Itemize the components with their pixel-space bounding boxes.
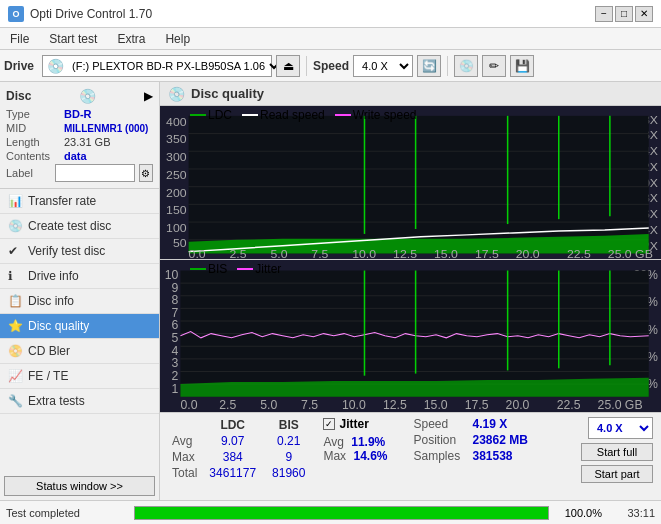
jitter-avg-label: Avg xyxy=(323,435,343,449)
speed-select[interactable]: 4.0 X xyxy=(353,55,413,77)
chart2: BIS Jitter 10 9 8 7 6 5 4 3 xyxy=(160,260,661,413)
svg-text:50: 50 xyxy=(173,236,187,250)
menu-extra[interactable]: Extra xyxy=(111,30,151,48)
ldc-bis-stats: LDC BIS Avg 9.07 0.21 Max 384 9 Total xyxy=(168,417,313,481)
svg-text:22.5: 22.5 xyxy=(557,398,581,412)
sidebar: Disc 💿 ▶ Type BD-R MID MILLENMR1 (000) L… xyxy=(0,82,160,500)
menubar: File Start test Extra Help xyxy=(0,28,661,50)
sidebar-item-cd-bler[interactable]: 📀 CD Bler xyxy=(0,339,159,364)
read-legend: Read speed xyxy=(242,108,325,122)
write-button[interactable]: ✏ xyxy=(482,55,506,77)
chart1: LDC Read speed Write speed 400 350 xyxy=(160,106,661,260)
svg-rect-17 xyxy=(189,116,649,254)
read-label: Read speed xyxy=(260,108,325,122)
avg-ldc: 9.07 xyxy=(201,433,264,449)
svg-text:12.5: 12.5 xyxy=(393,248,417,259)
chart2-legend: BIS Jitter xyxy=(190,262,281,276)
sidebar-item-disc-quality[interactable]: ⭐ Disc quality xyxy=(0,314,159,339)
toolbar-separator xyxy=(306,56,307,76)
jitter-checkbox[interactable]: ✓ xyxy=(323,418,335,430)
drive-selector[interactable]: 💿 (F:) PLEXTOR BD-R PX-LB950SA 1.06 ▼ xyxy=(42,55,272,77)
speed-label: Speed xyxy=(313,59,349,73)
svg-text:350: 350 xyxy=(166,133,187,147)
app-title: Opti Drive Control 1.70 xyxy=(30,7,152,21)
total-label: Total xyxy=(168,465,201,481)
write-color xyxy=(335,114,351,116)
refresh-button[interactable]: 🔄 xyxy=(417,55,441,77)
create-test-disc-icon: 💿 xyxy=(8,219,22,233)
progress-percent: 100.0% xyxy=(557,507,602,519)
jitter-legend: Jitter xyxy=(237,262,281,276)
sidebar-item-extra-tests[interactable]: 🔧 Extra tests xyxy=(0,389,159,414)
write-legend: Write speed xyxy=(335,108,417,122)
sidebar-item-fe-te[interactable]: 📈 FE / TE xyxy=(0,364,159,389)
svg-text:0.0: 0.0 xyxy=(189,248,206,259)
transfer-rate-icon: 📊 xyxy=(8,194,22,208)
eject-button[interactable]: ⏏ xyxy=(276,55,300,77)
speed-label-2: Speed xyxy=(413,417,468,431)
close-button[interactable]: ✕ xyxy=(635,6,653,22)
speed-value: 4.19 X xyxy=(472,417,507,431)
avg-bis: 0.21 xyxy=(264,433,313,449)
sidebar-item-verify-test-disc[interactable]: ✔ Verify test disc xyxy=(0,239,159,264)
mid-label: MID xyxy=(6,122,64,134)
minimize-button[interactable]: − xyxy=(595,6,613,22)
svg-text:300: 300 xyxy=(166,150,187,164)
sidebar-item-label: FE / TE xyxy=(28,369,68,383)
svg-text:400: 400 xyxy=(166,115,187,129)
menu-start-test[interactable]: Start test xyxy=(43,30,103,48)
ldc-label: LDC xyxy=(208,108,232,122)
drive-select-dropdown[interactable]: (F:) PLEXTOR BD-R PX-LB950SA 1.06 xyxy=(68,59,282,73)
drive-label: Drive xyxy=(4,59,34,73)
sidebar-item-disc-info[interactable]: 📋 Disc info xyxy=(0,289,159,314)
label-input[interactable] xyxy=(55,164,135,182)
toolbar-separator2 xyxy=(447,56,448,76)
jitter-label: Jitter xyxy=(255,262,281,276)
chart1-svg: 400 350 300 250 200 150 100 50 18X 16X 1… xyxy=(160,106,661,259)
type-label: Type xyxy=(6,108,64,120)
progress-bar-fill xyxy=(135,507,548,519)
sidebar-item-label: Extra tests xyxy=(28,394,85,408)
svg-text:15.0: 15.0 xyxy=(434,248,458,259)
menu-file[interactable]: File xyxy=(4,30,35,48)
svg-text:25.0 GB: 25.0 GB xyxy=(598,398,643,412)
type-value: BD-R xyxy=(64,108,92,120)
label-edit-button[interactable]: ⚙ xyxy=(139,164,153,182)
svg-text:10.0: 10.0 xyxy=(342,398,366,412)
statusbar: Test completed 100.0% 33:11 xyxy=(0,500,661,524)
ldc-header: LDC xyxy=(201,417,264,433)
progress-bar xyxy=(134,506,549,520)
sidebar-item-create-test-disc[interactable]: 💿 Create test disc xyxy=(0,214,159,239)
svg-text:150: 150 xyxy=(166,203,187,217)
sidebar-item-drive-info[interactable]: ℹ Drive info xyxy=(0,264,159,289)
samples-row: Samples 381538 xyxy=(413,449,533,463)
sidebar-item-label: Disc info xyxy=(28,294,74,308)
start-part-button[interactable]: Start part xyxy=(581,465,653,483)
svg-text:100: 100 xyxy=(166,221,187,235)
write-label: Write speed xyxy=(353,108,417,122)
sidebar-item-label: Drive info xyxy=(28,269,79,283)
sidebar-item-label: Transfer rate xyxy=(28,194,96,208)
start-full-button[interactable]: Start full xyxy=(581,443,653,461)
speed-select-inline[interactable]: 4.0 X xyxy=(588,417,653,439)
position-row: Position 23862 MB xyxy=(413,433,533,447)
disc-quality-icon: ⭐ xyxy=(8,319,22,333)
contents-label: Contents xyxy=(6,150,64,162)
length-value: 23.31 GB xyxy=(64,136,110,148)
samples-label: Samples xyxy=(413,449,468,463)
status-window-button[interactable]: Status window >> xyxy=(4,476,155,496)
save-button[interactable]: 💾 xyxy=(510,55,534,77)
drive-info-icon: ℹ xyxy=(8,269,22,283)
disc-button[interactable]: 💿 xyxy=(454,55,478,77)
disc-icon: 💿 xyxy=(79,88,96,104)
disc-arrow-icon: ▶ xyxy=(144,89,153,103)
svg-text:2.5: 2.5 xyxy=(219,398,236,412)
menu-help[interactable]: Help xyxy=(159,30,196,48)
jitter-max-label: Max xyxy=(323,449,346,463)
app-icon: O xyxy=(8,6,24,22)
contents-value: data xyxy=(64,150,87,162)
sidebar-item-transfer-rate[interactable]: 📊 Transfer rate xyxy=(0,189,159,214)
toolbar: Drive 💿 (F:) PLEXTOR BD-R PX-LB950SA 1.0… xyxy=(0,50,661,82)
disc-info-icon: 📋 xyxy=(8,294,22,308)
maximize-button[interactable]: □ xyxy=(615,6,633,22)
